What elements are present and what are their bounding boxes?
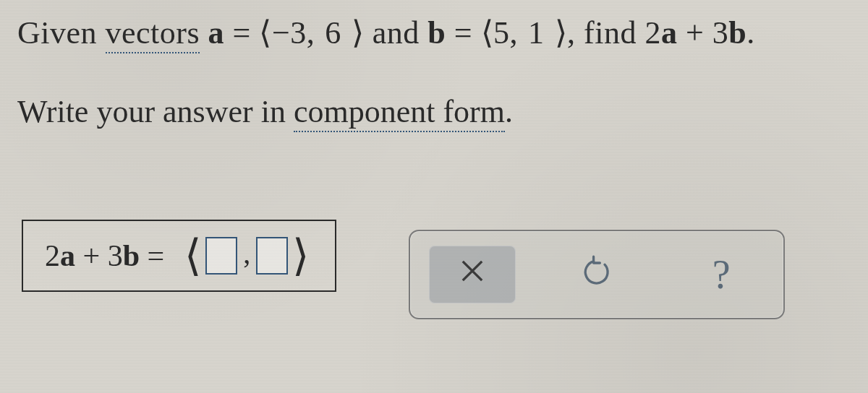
angle-close: ⟩ bbox=[292, 234, 309, 277]
close-button[interactable] bbox=[429, 246, 516, 303]
link-vectors[interactable]: vectors bbox=[106, 15, 200, 53]
undo-icon bbox=[581, 255, 613, 295]
close-icon bbox=[456, 255, 488, 295]
component-y-input[interactable] bbox=[256, 237, 288, 275]
angle-open: ⟨ bbox=[184, 234, 201, 277]
help-button[interactable]: ? bbox=[678, 246, 765, 303]
text: b bbox=[123, 239, 140, 272]
vector-b-name: b bbox=[427, 15, 446, 51]
text: Given bbox=[17, 15, 106, 51]
text: b bbox=[728, 15, 746, 51]
angle-open: ⟨ bbox=[481, 15, 494, 51]
angle-open: ⟨ bbox=[259, 15, 272, 51]
text: . bbox=[746, 15, 755, 51]
text: + 3 bbox=[75, 239, 123, 272]
sep: , bbox=[510, 15, 519, 51]
angle-close: ⟩ bbox=[555, 15, 568, 51]
vec-a-y: 6 bbox=[325, 15, 341, 51]
text: . bbox=[505, 94, 513, 129]
text: , find 2 bbox=[567, 15, 661, 51]
text: + 3 bbox=[677, 15, 728, 51]
answer-lhs: 2a + 3b = bbox=[45, 238, 164, 273]
component-x-input[interactable] bbox=[205, 237, 237, 275]
text: a bbox=[60, 239, 75, 272]
vec-b-y: 1 bbox=[528, 15, 545, 51]
text: = bbox=[140, 239, 164, 272]
text: 2 bbox=[45, 239, 60, 272]
text: Write your answer in bbox=[17, 94, 294, 129]
text bbox=[200, 15, 208, 51]
text: and bbox=[364, 15, 427, 51]
controls-panel: ? bbox=[409, 230, 785, 319]
answer-box: 2a + 3b = ⟨ , ⟩ bbox=[22, 220, 336, 292]
vec-a-x: −3 bbox=[272, 15, 307, 51]
question-container: Given vectors a = ⟨−3,6⟩ and b = ⟨5,1⟩, … bbox=[0, 0, 868, 393]
vector-a-name: a bbox=[208, 15, 225, 51]
vec-b-x: 5 bbox=[493, 15, 510, 51]
text: = bbox=[224, 15, 259, 51]
reset-button[interactable] bbox=[553, 246, 640, 303]
help-icon: ? bbox=[712, 251, 731, 298]
text: = bbox=[446, 15, 480, 51]
sep: , bbox=[243, 236, 250, 270]
answer-input-template: ⟨ , ⟩ bbox=[184, 234, 309, 277]
link-component-form[interactable]: component form bbox=[294, 94, 505, 132]
sep: , bbox=[307, 15, 315, 51]
text: a bbox=[661, 15, 678, 51]
instruction-line: Write your answer in component form. bbox=[17, 93, 851, 130]
angle-close: ⟩ bbox=[352, 15, 365, 51]
answer-row: 2a + 3b = ⟨ , ⟩ bbox=[22, 220, 785, 319]
problem-statement: Given vectors a = ⟨−3,6⟩ and b = ⟨5,1⟩, … bbox=[17, 13, 851, 53]
